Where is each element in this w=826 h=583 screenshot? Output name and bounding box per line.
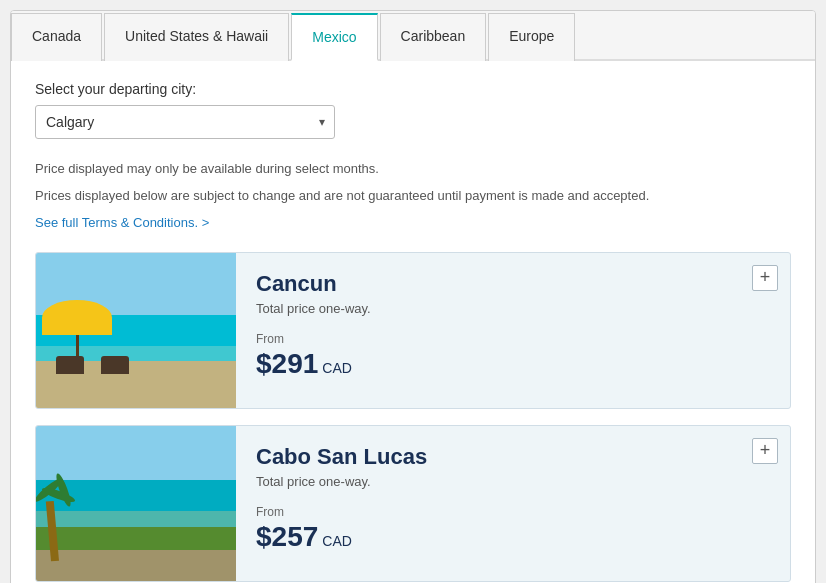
palm-tree-decoration (51, 501, 59, 561)
chair-right (101, 356, 129, 374)
cancun-price: $291CAD (256, 348, 770, 380)
cabo-image (36, 426, 236, 581)
disclaimer-line2: Prices displayed below are subject to ch… (35, 186, 791, 207)
tab-europe[interactable]: Europe (488, 13, 575, 61)
city-select-wrapper: Calgary Edmonton Vancouver Toronto Montr… (35, 105, 335, 139)
content-area: Select your departing city: Calgary Edmo… (11, 61, 815, 583)
cancun-expand-button[interactable]: + (752, 265, 778, 291)
cancun-title: Cancun (256, 271, 770, 297)
disclaimer-line1: Price displayed may only be available du… (35, 159, 791, 180)
cabo-price: $257CAD (256, 521, 770, 553)
departing-city-label: Select your departing city: (35, 81, 791, 97)
tab-mexico[interactable]: Mexico (291, 13, 377, 61)
tab-caribbean[interactable]: Caribbean (380, 13, 487, 61)
cabo-expand-button[interactable]: + (752, 438, 778, 464)
tab-bar: Canada United States & Hawaii Mexico Car… (11, 11, 815, 61)
tab-canada[interactable]: Canada (11, 13, 102, 61)
cabo-title: Cabo San Lucas (256, 444, 770, 470)
cancun-from-label: From (256, 332, 770, 346)
umbrella-top (42, 300, 112, 335)
cabo-subtitle: Total price one-way. (256, 474, 770, 489)
destination-card-cabo: Cabo San Lucas Total price one-way. From… (35, 425, 791, 582)
tab-us-hawaii[interactable]: United States & Hawaii (104, 13, 289, 61)
terms-conditions-link[interactable]: See full Terms & Conditions. > (35, 215, 209, 230)
city-select[interactable]: Calgary Edmonton Vancouver Toronto Montr… (35, 105, 335, 139)
cancun-image (36, 253, 236, 408)
chair-left (56, 356, 84, 374)
main-container: Canada United States & Hawaii Mexico Car… (10, 10, 816, 583)
cancun-subtitle: Total price one-way. (256, 301, 770, 316)
cancun-info: Cancun Total price one-way. From $291CAD (236, 253, 790, 408)
cabo-from-label: From (256, 505, 770, 519)
palm-leaves (36, 486, 81, 511)
cabo-info: Cabo San Lucas Total price one-way. From… (236, 426, 790, 581)
destination-card-cancun: Cancun Total price one-way. From $291CAD… (35, 252, 791, 409)
